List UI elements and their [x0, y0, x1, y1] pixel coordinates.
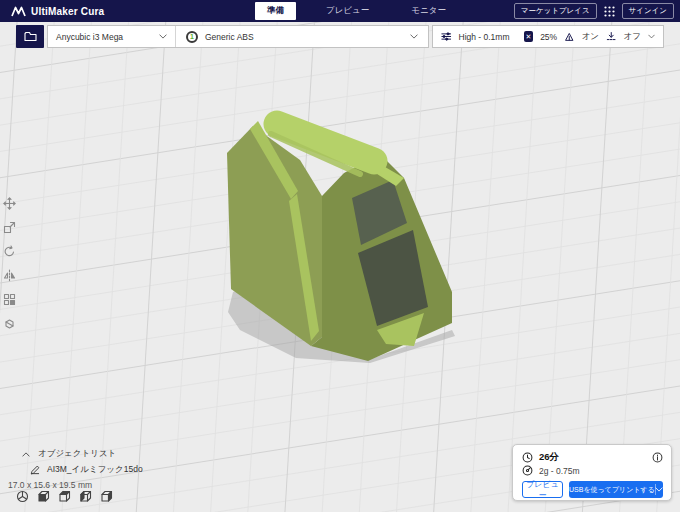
chevron-up-icon [22, 452, 30, 457]
tab-prepare[interactable]: 準備 [255, 2, 296, 20]
machine-material-panel: Anycubic i3 Mega 1 Generic ABS [47, 25, 429, 48]
folder-icon [24, 31, 37, 42]
object-name: AI3M_イルミフック15do [47, 464, 143, 476]
chevron-down-icon [159, 34, 167, 39]
print-via-usb-button[interactable]: USBを使ってプリントする [569, 481, 663, 498]
print-action-panel: 26分 2g - 0.75m プレビュー USBを使ってプリントする [512, 444, 672, 501]
app-switcher-icon[interactable] [604, 6, 615, 17]
object-list-toggle[interactable]: オブジェクトリスト [22, 448, 116, 460]
chevron-down-icon [410, 34, 418, 39]
view-top-icon[interactable] [57, 489, 71, 503]
material-spool-icon [522, 465, 533, 476]
per-model-settings-tool-icon[interactable] [2, 292, 16, 306]
object-list-item[interactable]: AI3M_イルミフック15do [30, 464, 143, 476]
support-blocker-tool-icon[interactable] [2, 316, 16, 330]
open-file-button[interactable] [16, 25, 44, 48]
view-left-icon[interactable] [78, 489, 92, 503]
print-profile: High - 0.1mm [459, 32, 510, 42]
printer-name: Anycubic i3 Mega [56, 32, 123, 42]
extruder-badge: 1 [186, 31, 198, 43]
mirror-tool-icon[interactable] [2, 268, 16, 282]
chevron-down-icon[interactable] [655, 487, 663, 492]
print-settings-panel[interactable]: High - 0.1mm ✕ 25% オン オフ [432, 25, 664, 48]
tool-sidebar [2, 196, 18, 330]
support-icon [564, 31, 575, 42]
view-front-icon[interactable] [36, 489, 50, 503]
material-name: Generic ABS [205, 32, 254, 42]
infill-icon: ✕ [524, 31, 534, 42]
main-header: UltiMaker Cura 準備 プレビュー モニター マーケットプレイス サ… [0, 0, 680, 22]
ultimaker-logo-icon [11, 6, 26, 17]
tab-preview[interactable]: プレビュー [314, 2, 381, 20]
move-tool-icon[interactable] [2, 196, 16, 210]
chevron-down-icon[interactable] [648, 34, 655, 39]
adhesion-icon [606, 31, 617, 42]
support-state: オン [582, 31, 599, 43]
print-time-estimate: 26分 [539, 451, 559, 464]
rotate-tool-icon[interactable] [2, 244, 16, 258]
marketplace-button[interactable]: マーケットプレイス [514, 3, 597, 19]
view-right-icon[interactable] [99, 489, 113, 503]
print-via-usb-label: USBを使ってプリントする [569, 485, 655, 495]
view-3d-icon[interactable] [15, 489, 29, 503]
app-logo: UltiMaker Cura [11, 6, 104, 17]
info-icon[interactable] [652, 452, 663, 463]
header-right: マーケットプレイス サインイン [514, 0, 674, 22]
printer-selector[interactable]: Anycubic i3 Mega [48, 26, 176, 47]
adhesion-state: オフ [624, 31, 641, 43]
pencil-icon [30, 465, 40, 475]
model-canvas [0, 22, 680, 512]
stage-tabs: 準備 プレビュー モニター [255, 0, 458, 22]
settings-sliders-icon [441, 31, 452, 42]
tab-monitor[interactable]: モニター [399, 2, 458, 20]
material-usage-estimate: 2g - 0.75m [539, 466, 580, 476]
scale-tool-icon[interactable] [2, 220, 16, 234]
3d-viewport[interactable] [0, 22, 680, 512]
app-title: UltiMaker Cura [31, 6, 104, 17]
camera-view-buttons [15, 489, 113, 503]
infill-density: 25% [540, 32, 557, 42]
preview-button[interactable]: プレビュー [522, 481, 563, 498]
object-list-title: オブジェクトリスト [38, 448, 116, 460]
material-selector[interactable]: 1 Generic ABS [176, 26, 428, 47]
signin-button[interactable]: サインイン [622, 3, 674, 19]
clock-icon [522, 452, 533, 463]
